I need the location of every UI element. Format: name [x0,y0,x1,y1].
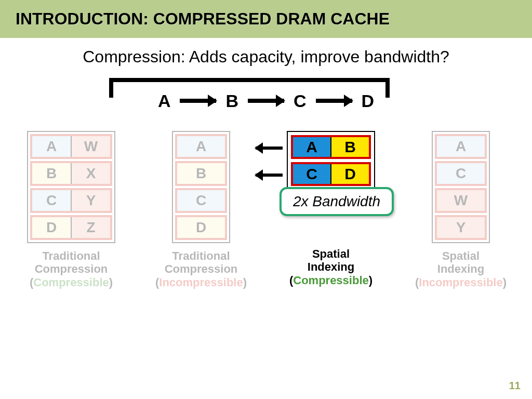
caption: Traditional Compression (Compressible) [30,249,113,289]
flow-diagram: A B C D [0,78,532,114]
flow-bracket [109,78,390,90]
arrow-icon [248,99,284,103]
caption: Spatial Indexing (Compressible) [289,247,373,287]
cell: A [177,136,225,157]
cell: D [177,217,225,238]
cell: C [177,190,225,211]
slide-title: INTRODUCTION: COMPRESSED DRAM CACHE [0,0,532,38]
cell: Y [437,217,485,238]
cell: A [32,136,72,157]
cell: Z [72,217,110,238]
cell: Y [72,190,110,211]
cell: C [437,163,485,184]
flow-d: D [362,91,375,111]
flow-c: C [294,91,307,111]
cell: A [437,136,485,157]
flow-b: B [225,91,238,111]
cell: D [331,164,369,184]
slide-number: 11 [509,380,521,392]
cell: B [331,137,369,157]
flow-a: A [158,91,171,111]
cell: C [293,164,331,184]
cell: X [72,163,110,184]
arrow-icon [316,99,352,103]
cell: B [32,163,72,184]
slide-subtitle: Compression: Adds capacity, improve band… [0,47,532,66]
col-spatial-incompressible: A C W Y Spatial Indexing (Incompressible… [406,131,515,289]
cell: D [32,217,72,238]
caption: Traditional Compression (Incompressible) [155,249,247,289]
cell: C [32,190,72,211]
arrow-icon [180,99,216,103]
cell: B [177,163,225,184]
cell: A [293,137,331,157]
col-traditional-incompressible: A B C D Traditional Compression (Incompr… [147,131,256,289]
left-arrow-icon [256,147,283,150]
cell: W [437,190,485,211]
left-arrow-icon [256,174,283,177]
cell: W [72,136,110,157]
bandwidth-badge: 2x Bandwidth [280,187,394,216]
col-spatial-compressible: AB CD 2x Bandwidth Spatial Indexing (Com… [276,131,385,289]
col-traditional-compressible: AW BX CY DZ Traditional Compression (Com… [17,131,126,289]
caption: Spatial Indexing (Incompressible) [415,249,507,289]
